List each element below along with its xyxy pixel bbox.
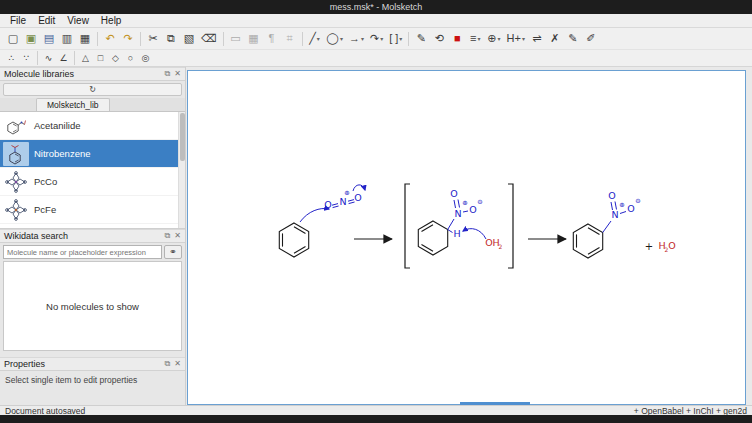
attack-arrow[interactable]	[300, 209, 329, 222]
close-panel-icon[interactable]: ✕	[174, 232, 181, 240]
pen-plus-tool[interactable]: ✎	[564, 30, 582, 48]
reaction-scheme: O N O ⊕	[188, 71, 745, 404]
toolbar-icon: ✂	[148, 33, 157, 44]
library-scrollbar-thumb[interactable]	[180, 113, 185, 161]
dropdown-caret: ▾	[498, 36, 501, 42]
draw-tool[interactable]: ╱ ▾	[306, 30, 324, 48]
left-dock: Molecule libraries ⧉ ✕ ↻ Molsketch_lib A…	[0, 67, 186, 405]
structure-toolbar: ∴ ∵ ∿ ∠ △ □ ◇ ○ ◎	[0, 50, 752, 67]
window-title: mess.msk* - Molsketch	[330, 2, 423, 12]
library-settings-button[interactable]: ↻	[3, 83, 182, 96]
add-picture[interactable]: ▦	[245, 30, 263, 48]
open-file[interactable]: ▣	[22, 30, 40, 48]
wikidata-search-button[interactable]: ⚭	[164, 245, 182, 259]
delete-tool[interactable]: ✗	[546, 30, 564, 48]
color-picker[interactable]: ■	[448, 30, 466, 48]
close-panel-icon[interactable]: ✕	[174, 360, 181, 368]
radical-tool[interactable]: ∵	[19, 51, 34, 65]
dropdown-caret: ▾	[399, 36, 402, 42]
copy[interactable]: ⧉	[162, 30, 180, 48]
molecule-thumbnail	[3, 114, 29, 138]
menu-view[interactable]: View	[61, 14, 95, 27]
hydrogen-tool[interactable]: H+ ▾	[504, 30, 528, 48]
intermediate-brackets[interactable]	[405, 184, 513, 268]
ring-5-tool[interactable]: ◇	[108, 51, 123, 65]
save-file[interactable]: ▤	[40, 30, 58, 48]
charge-label: ⊖	[635, 197, 640, 205]
wikidata-search-input[interactable]	[3, 245, 162, 259]
reaction-arrow-tool[interactable]: → ▾	[346, 30, 367, 48]
window-titlebar[interactable]: mess.msk* - Molsketch	[0, 0, 752, 14]
product-nitrobenzene[interactable]: N O O ⊕ ⊖	[573, 190, 640, 258]
electron-loop-arrow[interactable]	[353, 185, 365, 191]
atom-label: N	[611, 209, 618, 220]
pen-minus-tool[interactable]: ✐	[582, 30, 600, 48]
library-item-pcfe[interactable]: PcFe	[0, 196, 185, 224]
atom-label: O	[324, 199, 331, 210]
molecule-library-list: Acetanilide Nitrobenzene	[0, 112, 185, 229]
menu-file[interactable]: File	[4, 14, 32, 27]
molecule-thumbnail	[3, 142, 29, 166]
add-text[interactable]: ¶	[263, 30, 281, 48]
chain-tool[interactable]: ∿	[41, 51, 56, 65]
delete-selection[interactable]: ⌫	[198, 30, 220, 48]
float-panel-icon[interactable]: ⧉	[165, 232, 171, 240]
float-panel-icon[interactable]: ⧉	[165, 360, 171, 368]
drawing-canvas[interactable]: O N O ⊕	[187, 70, 746, 405]
library-item-nitrobenzene[interactable]: Nitrobenzene	[0, 140, 185, 168]
new-document[interactable]: ▢	[4, 30, 22, 48]
properties-hint: Select single item to edit properties	[0, 371, 185, 405]
ring-4-tool[interactable]: □	[93, 51, 108, 65]
float-panel-icon[interactable]: ⧉	[165, 70, 171, 78]
paste[interactable]: ▧	[180, 30, 198, 48]
add-frame[interactable]: ▭	[227, 30, 245, 48]
toolbar-icon: ▦	[80, 33, 90, 44]
mechanism-arrow-tool[interactable]: ↷ ▾	[367, 30, 386, 48]
flip-tool[interactable]: ⇌	[528, 30, 546, 48]
menu-edit[interactable]: Edit	[32, 14, 61, 27]
toolbar-separator	[408, 32, 409, 46]
toolbar-icon: ⧉	[167, 33, 175, 44]
toolbar-icon: ○	[128, 54, 133, 63]
menu-help[interactable]: Help	[95, 14, 128, 27]
tab-molsketch-lib[interactable]: Molsketch_lib	[36, 98, 110, 111]
desktop-dock-strip	[0, 415, 752, 423]
lone-pair-tool[interactable]: ∴	[4, 51, 19, 65]
undo[interactable]: ↶	[101, 30, 119, 48]
angle-chain-tool[interactable]: ∠	[56, 51, 71, 65]
toolbar-icon: H+	[507, 33, 521, 44]
reactant-benzene[interactable]	[279, 223, 308, 257]
atom-label: O	[668, 240, 675, 251]
redo[interactable]: ↷	[119, 30, 137, 48]
library-item-pcco[interactable]: PcCo	[0, 168, 185, 196]
toolbar-icon: ◇	[112, 54, 119, 63]
aromatic-ring-tool[interactable]: ◎	[138, 51, 153, 65]
deprotonation-arrow[interactable]	[463, 229, 486, 239]
charge-tool[interactable]: ⊕ ▾	[484, 30, 503, 48]
export-image[interactable]: ▦	[76, 30, 94, 48]
library-scrollbar[interactable]	[178, 112, 185, 228]
cut[interactable]: ✂	[144, 30, 162, 48]
toolbar-icon: ▧	[184, 33, 194, 44]
intermediate-complex[interactable]: N O O ⊕ ⊖ H O H 2	[418, 188, 502, 255]
empty-results-text: No molecules to show	[46, 301, 139, 312]
nitronium-ion[interactable]: O N O ⊕	[324, 185, 365, 210]
toolbar-separator	[37, 51, 38, 65]
library-item-acetanilide[interactable]: Acetanilide	[0, 112, 185, 140]
save-as[interactable]: ▥	[58, 30, 76, 48]
line-width[interactable]: ≡ ▾	[466, 30, 484, 48]
lasso-tool[interactable]: ✎	[412, 30, 430, 48]
bracket-tool[interactable]: [ ] ▾	[386, 30, 405, 48]
toolbar-icon: ◯	[327, 33, 339, 44]
close-panel-icon[interactable]: ✕	[174, 70, 181, 78]
ring-tool[interactable]: ◯ ▾	[324, 30, 346, 48]
add-table[interactable]: ⌗	[281, 30, 299, 48]
molecule-thumbnail	[3, 198, 29, 222]
toolbar-icon: ╱	[309, 33, 316, 44]
water-molecule[interactable]: H 2 O	[658, 240, 675, 253]
refresh-icon: ↻	[89, 85, 96, 94]
rotate-tool[interactable]: ⟲	[430, 30, 448, 48]
ring-6-tool[interactable]: ○	[123, 51, 138, 65]
ring-3-tool[interactable]: △	[78, 51, 93, 65]
toolbar-icon: ⇌	[532, 33, 541, 44]
